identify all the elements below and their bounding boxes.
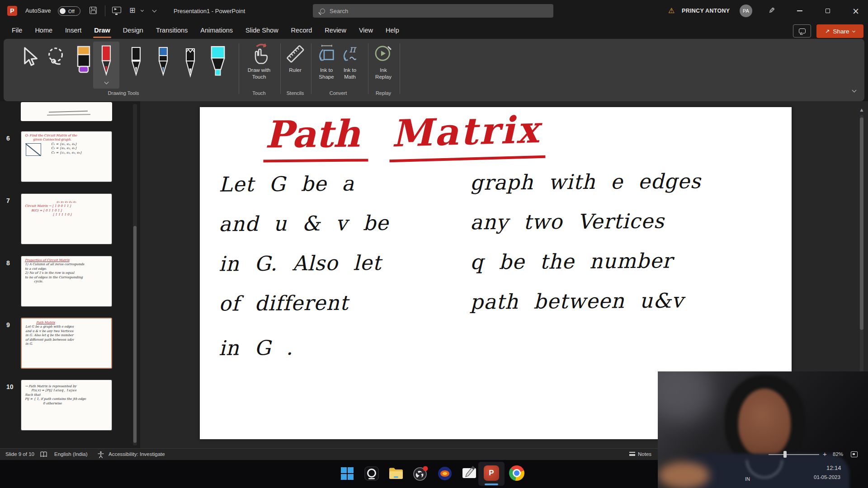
autosave-state: Off — [68, 9, 75, 14]
zoom-level[interactable]: 82% — [833, 451, 843, 457]
thumbnail-scrollbar[interactable] — [133, 104, 137, 446]
eraser-icon — [75, 45, 92, 74]
collapse-ribbon-chevron-icon[interactable] — [852, 88, 857, 93]
start-slideshow-icon[interactable] — [112, 7, 121, 13]
thumbnail-slide-9-selected[interactable]: Path Matrix Let G be a graph with e edge… — [21, 318, 112, 369]
whiteboard-app-icon[interactable] — [461, 465, 477, 482]
lasso-select-button[interactable] — [45, 46, 68, 70]
tab-transitions[interactable]: Transitions — [150, 22, 194, 39]
save-icon[interactable] — [90, 7, 97, 14]
inking-pen-icon[interactable]: ✎ — [769, 6, 775, 15]
search-input[interactable]: Search — [313, 4, 553, 18]
minimize-icon — [797, 10, 802, 11]
taskbar-language-badge[interactable]: IN — [745, 476, 750, 482]
autosave-toggle[interactable]: Off — [58, 6, 80, 16]
red-pen-icon — [99, 43, 113, 80]
zoom-slider-knob[interactable] — [783, 451, 787, 458]
ink-to-math-icon: π — [340, 43, 360, 64]
ink-to-math-button[interactable]: π — [340, 43, 360, 66]
warning-icon[interactable]: ⚠ — [668, 6, 675, 15]
tab-help[interactable]: Help — [379, 22, 406, 39]
powerpoint-taskbar-icon[interactable]: P — [484, 465, 499, 481]
windows-start-button[interactable] — [339, 465, 355, 482]
eraser-tool-button[interactable] — [75, 45, 92, 76]
slide-text-line: of differentpath between u&v — [219, 288, 684, 315]
minimize-button[interactable] — [789, 0, 810, 22]
ink-to-shape-button[interactable] — [316, 43, 336, 66]
quick-access-grid-icon[interactable]: ⊞ — [129, 6, 135, 14]
tab-animations[interactable]: Animations — [194, 22, 239, 39]
slide-text-line: Let G be agraph with e edges — [219, 169, 701, 196]
comments-button[interactable] — [793, 24, 811, 38]
presenter-face — [738, 389, 791, 457]
tab-review[interactable]: Review — [318, 22, 353, 39]
taskbar-clock-date[interactable]: 01-05-2023 — [814, 474, 840, 480]
tab-draw[interactable]: Draw — [88, 22, 116, 39]
ribbon-group-separator — [400, 43, 400, 94]
close-button[interactable]: × — [845, 0, 866, 22]
slide-text-line: in G. Also letq be the number — [219, 249, 673, 276]
thumbnail-slide-10[interactable]: → Path Matrix is represented by P(u,v) =… — [21, 380, 112, 431]
ribbon-draw-tab: Draw withTouch Ruler Ink toShape — [4, 39, 864, 101]
quick-access-overflow-chevron-icon[interactable] — [152, 8, 157, 13]
scroll-up-icon[interactable]: ▲ — [859, 108, 865, 112]
draw-with-touch-button[interactable] — [247, 43, 271, 66]
powerpoint-logo-icon[interactable]: P — [7, 6, 17, 16]
ruler-button[interactable] — [285, 43, 306, 66]
tab-design[interactable]: Design — [117, 22, 150, 39]
media-app-icon[interactable] — [437, 465, 453, 482]
thumbnail-slide-6[interactable]: Q: Find the Circuit Matrix of the given … — [21, 131, 112, 182]
notes-button[interactable]: Notes — [629, 451, 651, 457]
pen-options-chevron-icon[interactable] — [104, 80, 109, 84]
share-button[interactable]: ↗ Share — [816, 24, 863, 38]
grid-dropdown-chevron-icon[interactable] — [141, 9, 144, 12]
group-label-drawing-tools: Drawing Tools — [108, 90, 139, 96]
red-pen-tool-selected[interactable] — [93, 42, 119, 89]
black-pen-icon — [129, 45, 143, 80]
slide-scrollbar-thumb[interactable] — [860, 117, 863, 330]
spell-check-book-icon[interactable] — [40, 451, 47, 458]
chrome-icon[interactable] — [509, 465, 524, 481]
draw-with-touch-icon — [250, 43, 270, 64]
tab-home[interactable]: Home — [28, 22, 59, 39]
pencil-tool[interactable] — [184, 45, 197, 81]
ruler-label: Ruler — [289, 67, 301, 73]
ink-replay-button[interactable] — [373, 43, 393, 66]
slide-text-line: and u & v beany two Vertices — [219, 209, 665, 236]
file-explorer-icon[interactable] — [388, 465, 404, 482]
zoom-slider[interactable] — [769, 454, 819, 455]
thumbnail-slide-8[interactable]: Properties of Circuit Matrix 1) A Column… — [21, 256, 112, 307]
thumbnail-scrollbar-thumb[interactable] — [133, 226, 137, 443]
zoom-in-button[interactable]: + — [823, 450, 827, 458]
black-pen-tool[interactable] — [129, 45, 143, 81]
tab-slide-show[interactable]: Slide Show — [239, 22, 285, 39]
select-tool-button[interactable] — [19, 45, 39, 70]
titlebar-separator — [105, 5, 105, 16]
blue-pen-tool[interactable] — [156, 45, 170, 81]
fit-slide-to-window-icon[interactable] — [851, 451, 858, 457]
blue-pen-icon — [156, 45, 170, 80]
slide-counter[interactable]: Slide 9 of 10 — [5, 451, 34, 457]
language-indicator[interactable]: English (India) — [54, 451, 88, 457]
taskbar-clock-time[interactable]: 12:14 — [826, 465, 841, 471]
tab-insert[interactable]: Insert — [59, 22, 88, 39]
restore-button[interactable] — [817, 0, 838, 22]
document-title: Presentation1 - PowerPoint — [174, 8, 245, 14]
slide-title: PathMatrix — [263, 108, 545, 164]
camera-app-icon[interactable] — [363, 465, 380, 482]
autosave-label: AutoSave — [25, 7, 51, 14]
thumbnail-slide-7[interactable]: e₁ e₂ e₃ e₄ e₅ Circuit Matrix → [ 1 0 0 … — [21, 193, 112, 244]
thumbnail-slide-5-partial[interactable] — [21, 102, 112, 121]
tab-file[interactable]: File — [5, 22, 28, 39]
tab-view[interactable]: View — [353, 22, 379, 39]
highlighter-tool[interactable] — [209, 45, 227, 81]
accessibility-status[interactable]: Accessibility: Investigate — [108, 451, 165, 457]
thumbnail-scribble — [49, 111, 88, 113]
group-label-touch: Touch — [252, 90, 265, 96]
account-name[interactable]: PRINCY ANTONY — [682, 8, 730, 14]
group-label-replay: Replay — [376, 90, 391, 96]
thumbnail-number: 10 — [6, 383, 17, 390]
avatar[interactable]: PA — [740, 5, 752, 17]
tab-record[interactable]: Record — [285, 22, 319, 39]
obs-studio-icon[interactable] — [412, 465, 429, 482]
